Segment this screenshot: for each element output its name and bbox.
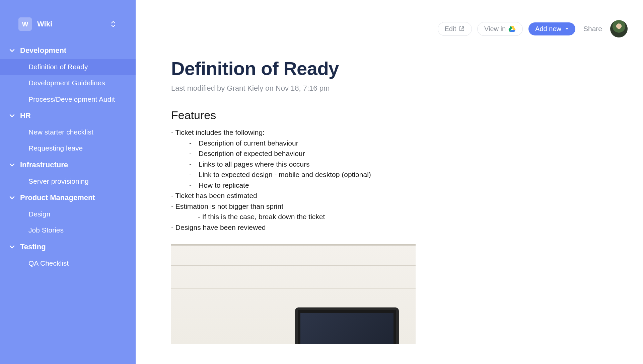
- body-line: Links to all pages where this occurs: [171, 159, 603, 170]
- topbar: Edit View in Add new Share: [136, 0, 643, 44]
- edit-label: Edit: [445, 25, 456, 33]
- document-body: - Ticket includes the following: Descrip…: [171, 127, 603, 233]
- nav-section-infrastructure[interactable]: Infrastructure: [0, 157, 136, 173]
- chevron-down-icon: [8, 196, 16, 199]
- chevron-down-icon: [8, 163, 16, 167]
- body-line: How to replicate: [171, 180, 603, 191]
- sidebar: W Wiki Development Definition of Ready D…: [0, 0, 136, 364]
- nav-item-development-guidelines[interactable]: Development Guidelines: [0, 75, 136, 91]
- wiki-title: Wiki: [37, 20, 52, 28]
- page-title: Definition of Ready: [171, 58, 603, 79]
- nav-item-server-provisioning[interactable]: Server provisioning: [0, 173, 136, 189]
- sidebar-header: W Wiki: [0, 0, 136, 39]
- laptop-graphic: [295, 307, 399, 344]
- view-in-label: View in: [484, 25, 506, 33]
- caret-down-icon: [565, 28, 569, 30]
- nav-section-hr[interactable]: HR: [0, 107, 136, 124]
- body-line: Description of current behaviour: [171, 138, 603, 149]
- nav-item-qa-checklist[interactable]: QA Checklist: [0, 255, 136, 271]
- nav-section-testing[interactable]: Testing: [0, 239, 136, 255]
- body-line: - Estimation is not bigger than sprint: [171, 201, 603, 212]
- wiki-badge: W: [18, 17, 32, 31]
- avatar[interactable]: [610, 20, 628, 37]
- body-line: - Designs have been reviewed: [171, 222, 603, 233]
- view-in-drive-button[interactable]: View in: [478, 22, 522, 35]
- nav-item-design[interactable]: Design: [0, 206, 136, 222]
- body-line: - Ticket has been estimated: [171, 190, 603, 201]
- nav-section-label: Infrastructure: [20, 161, 68, 169]
- nav-section-label: HR: [20, 111, 31, 120]
- add-new-button[interactable]: Add new: [528, 22, 575, 35]
- nav-item-process-development-audit[interactable]: Process/Development Audit: [0, 91, 136, 107]
- content: Definition of Ready Last modified by Gra…: [136, 44, 643, 364]
- edit-button[interactable]: Edit: [438, 22, 472, 35]
- body-line: - If this is the case, break down the ti…: [171, 211, 603, 222]
- nav-section-label: Testing: [20, 243, 46, 251]
- nav-section-development[interactable]: Development: [0, 42, 136, 59]
- last-modified: Last modified by Grant Kiely on Nov 18, …: [171, 84, 603, 93]
- add-new-label: Add new: [535, 25, 561, 33]
- nav-item-job-stories[interactable]: Job Stories: [0, 222, 136, 238]
- chevron-down-icon: [8, 49, 16, 52]
- nav-item-new-starter-checklist[interactable]: New starter checklist: [0, 124, 136, 140]
- share-link[interactable]: Share: [583, 25, 602, 33]
- google-drive-icon: [508, 25, 516, 32]
- external-link-icon: [459, 26, 465, 32]
- main: Edit View in Add new Share Definition of…: [136, 0, 643, 364]
- body-line: Link to expected design - mobile and des…: [171, 169, 603, 180]
- document-image: [171, 244, 416, 344]
- nav-section-label: Product Management: [20, 193, 95, 202]
- chevron-down-icon: [8, 114, 16, 117]
- workspace-switcher-icon[interactable]: [111, 21, 116, 27]
- nav: Development Definition of Ready Developm…: [0, 39, 136, 271]
- nav-item-definition-of-ready[interactable]: Definition of Ready: [0, 59, 136, 75]
- body-line: - Ticket includes the following:: [171, 127, 603, 138]
- nav-section-product-management[interactable]: Product Management: [0, 189, 136, 206]
- nav-item-requesting-leave[interactable]: Requesting leave: [0, 140, 136, 156]
- body-line: Description of expected behaviour: [171, 148, 603, 159]
- nav-section-label: Development: [20, 46, 66, 55]
- chevron-down-icon: [8, 245, 16, 249]
- section-heading-features: Features: [171, 109, 603, 122]
